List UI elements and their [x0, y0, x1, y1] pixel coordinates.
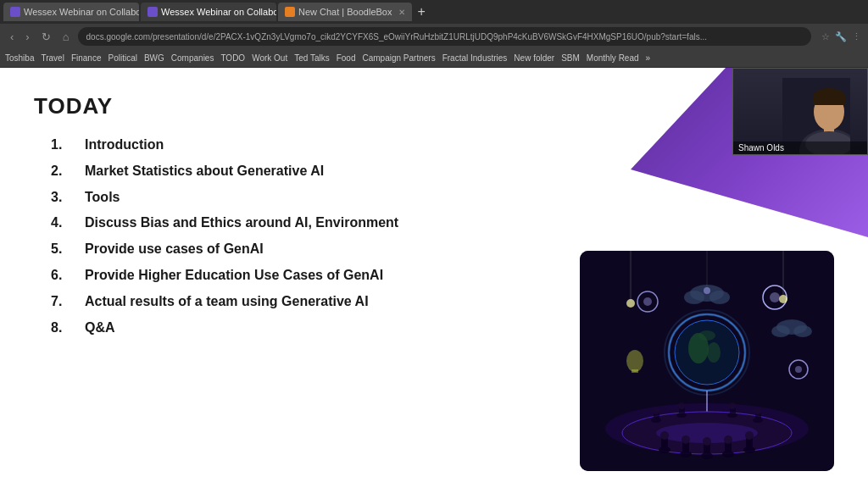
tab-1[interactable]: Wessex Webinar on Collabo... ✕ — [3, 3, 139, 21]
item-text: Tools — [85, 189, 120, 207]
bookmark-toshiba[interactable]: Toshiba — [5, 53, 34, 63]
item-number: 2. — [51, 163, 71, 180]
forward-button[interactable]: › — [22, 29, 32, 45]
url-text: docs.google.com/presentation/d/e/2PACX-1… — [86, 32, 707, 42]
tab3-close[interactable]: ✕ — [398, 8, 405, 17]
tab1-favicon — [10, 7, 20, 17]
item-text: Provide Higher Education Use Cases of Ge… — [85, 267, 383, 285]
item-text: Discuss Bias and Ethics around AI, Envir… — [85, 214, 398, 232]
bookmark-finance[interactable]: Finance — [71, 53, 102, 63]
item-number: 3. — [51, 189, 71, 207]
bookmark-campaign[interactable]: Campaign Partners — [363, 53, 436, 63]
bookmark-food[interactable]: Food — [337, 53, 356, 63]
home-button[interactable]: ⌂ — [59, 29, 73, 45]
back-button[interactable]: ‹ — [7, 29, 17, 45]
item-number: 4. — [51, 214, 71, 232]
list-item: 2. Market Statistics about Generative AI — [51, 163, 834, 180]
item-text: Market Statistics about Generative AI — [85, 163, 324, 180]
item-number: 7. — [51, 293, 71, 311]
content-area: TODAY 1. Introduction 2. Market Statisti… — [0, 68, 868, 488]
url-input[interactable]: docs.google.com/presentation/d/e/2PACX-1… — [78, 27, 811, 46]
extension-icon[interactable]: 🔧 — [835, 31, 847, 42]
item-number: 1. — [51, 136, 71, 154]
svg-rect-65 — [813, 97, 845, 105]
bookmark-icon[interactable]: ☆ — [821, 31, 830, 42]
bookmark-companies[interactable]: Companies — [171, 53, 214, 63]
menu-icon[interactable]: ⋮ — [852, 31, 861, 42]
video-feed-background: Shawn Olds — [733, 69, 867, 154]
item-number: 6. — [51, 267, 71, 285]
tab2-favicon — [147, 7, 158, 17]
bookmark-workout[interactable]: Work Out — [252, 53, 287, 63]
video-feed: Shawn Olds — [732, 68, 868, 155]
list-item: 6. Provide Higher Education Use Cases of… — [51, 267, 834, 285]
reload-button[interactable]: ↻ — [38, 29, 54, 45]
bookmarks-bar: Toshiba Travel Finance Political BWG Com… — [0, 49, 868, 68]
bookmark-political[interactable]: Political — [108, 53, 136, 63]
bookmark-travel[interactable]: Travel — [41, 53, 64, 63]
new-tab-button[interactable]: + — [414, 4, 428, 19]
slide-agenda-list: 1. Introduction 2. Market Statistics abo… — [51, 136, 834, 336]
slide-title: TODAY — [34, 93, 834, 119]
item-number: 5. — [51, 241, 71, 258]
tab-bar: Wessex Webinar on Collabo... ✕ Wessex We… — [0, 0, 868, 24]
list-item: 5. Provide use cases of GenAI — [51, 241, 834, 258]
list-item: 4. Discuss Bias and Ethics around AI, En… — [51, 214, 834, 232]
bookmark-sbm[interactable]: SBM — [561, 53, 580, 63]
bookmark-new-folder[interactable]: New folder — [514, 53, 554, 63]
bookmark-monthly-read[interactable]: Monthly Read — [587, 53, 639, 63]
tab3-favicon — [285, 7, 295, 17]
list-item: 8. Q&A — [51, 319, 834, 337]
tab-2[interactable]: Wessex Webinar on Collabo... ✕ — [141, 3, 276, 21]
item-text: Provide use cases of GenAI — [85, 241, 264, 258]
bookmark-bwg[interactable]: BWG — [144, 53, 164, 63]
bookmark-more[interactable]: » — [646, 53, 651, 63]
item-text: Introduction — [85, 136, 164, 154]
video-name-label: Shawn Olds — [733, 141, 867, 154]
url-icon-group: ☆ 🔧 ⋮ — [821, 31, 861, 42]
address-bar: ‹ › ↻ ⌂ docs.google.com/presentation/d/e… — [0, 24, 868, 49]
bookmark-todo[interactable]: TODO — [220, 53, 245, 63]
list-item: 7. Actual results of a team using Genera… — [51, 293, 834, 311]
item-number: 8. — [51, 319, 71, 337]
bookmark-tedtalks[interactable]: Ted Talks — [294, 53, 330, 63]
browser-frame: Wessex Webinar on Collabo... ✕ Wessex We… — [0, 0, 868, 488]
item-text: Q&A — [85, 319, 115, 337]
tab-3[interactable]: New Chat | BoodleBox ✕ — [278, 3, 412, 21]
item-text: Actual results of a team using Generativ… — [85, 293, 369, 311]
list-item: 1. Introduction — [51, 136, 834, 154]
list-item: 3. Tools — [51, 189, 834, 207]
bookmark-fractal[interactable]: Fractal Industries — [442, 53, 508, 63]
